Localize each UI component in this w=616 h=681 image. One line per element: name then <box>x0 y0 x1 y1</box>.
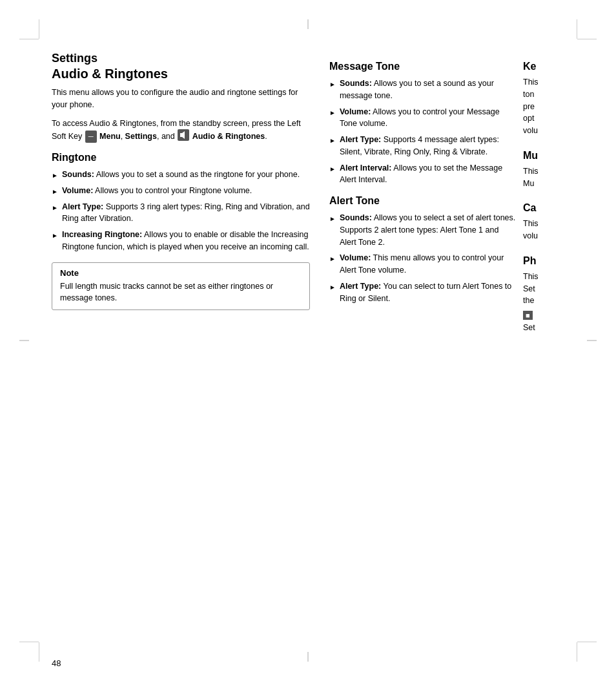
alert-tone-list: ► Sounds: Allows you to select a set of … <box>329 212 517 304</box>
msg-alerttype-term: Alert Type: <box>340 135 381 144</box>
ph-set-label: Set <box>523 322 607 334</box>
ke-line-5: volu <box>523 125 607 137</box>
ca-heading: Ca <box>523 202 607 214</box>
intro-text-1: This menu allows you to configure the au… <box>52 88 298 109</box>
ph-line-1: This <box>523 271 607 283</box>
ph-partial-text: This Set the ■ Set <box>523 271 607 334</box>
ph-icon-row: ■ <box>523 309 607 322</box>
corner-mark-br-v <box>577 642 577 662</box>
ringtone-item-increasing: ► Increasing Ringtone: Allows you to ena… <box>52 229 310 253</box>
page-number: 48 <box>52 658 61 668</box>
mu-line-2: Mu <box>523 178 607 190</box>
ca-line-2: volu <box>523 230 607 242</box>
message-tone-heading: Message Tone <box>329 61 517 72</box>
note-text: Full length music tracks cannot be set a… <box>60 280 302 305</box>
intro-period: . <box>265 132 267 141</box>
reg-mark-left <box>19 340 29 341</box>
ringtone-volume-term: Volume: <box>62 186 93 195</box>
message-tone-interval: ► Alert Interval: Allows you to set the … <box>329 162 517 187</box>
corner-mark-tr-v <box>577 19 577 39</box>
ph-heading: Ph <box>523 255 607 267</box>
section-heading: Audio & Ringtones <box>52 67 310 81</box>
ringtone-item-volume: ► Volume: Allows you to control your Rin… <box>52 185 310 197</box>
bullet-arrow-1: ► <box>52 171 58 180</box>
note-title: Note <box>60 268 302 278</box>
bullet-arrow-3: ► <box>52 203 58 213</box>
alert-bullet-2: ► <box>329 254 336 264</box>
middle-column: Message Tone ► Sounds: Allows you to set… <box>329 52 523 334</box>
ringtone-increasing-term: Increasing Ringtone: <box>62 230 142 239</box>
ringtone-item-alerttype: ► Alert Type: Supports 3 ring alert type… <box>52 201 310 225</box>
msg-alerttype-text: Alert Type: Supports 4 message alert typ… <box>340 134 517 158</box>
page-title: Settings <box>52 52 310 65</box>
alert-tone-sounds: ► Sounds: Allows you to select a set of … <box>329 212 517 248</box>
alert-alerttype-text: Alert Type: You can select to turn Alert… <box>340 280 517 305</box>
msg-sounds-text: Sounds: Allows you to set a sound as you… <box>340 78 517 102</box>
and-label: and <box>161 132 175 141</box>
ringtone-increasing-text: Increasing Ringtone: Allows you to enabl… <box>62 229 310 253</box>
alert-volume-text: Volume: This menu allows you to control … <box>340 252 517 277</box>
corner-mark-bl-h <box>19 642 39 642</box>
msg-volume-text: Volume: Allows you to control your Messa… <box>340 106 517 131</box>
bullet-arrow-4: ► <box>52 231 58 240</box>
ringtone-alerttype-text: Alert Type: Supports 3 ring alert types:… <box>62 201 310 225</box>
corner-mark-tr-h <box>577 39 597 39</box>
audio-icon-svg <box>180 131 187 139</box>
corner-mark-tl-v <box>39 19 39 39</box>
ringtone-sounds-text: Sounds: Allows you to set a sound as the… <box>62 169 310 181</box>
far-right-column: Ke This ton pre opt volu Mu This Mu Ca T… <box>523 52 607 334</box>
reg-mark-bottom <box>308 652 309 662</box>
msg-bullet-1: ► <box>329 79 336 89</box>
ringtone-list: ► Sounds: Allows you to set a sound as t… <box>52 169 310 253</box>
audio-icon <box>178 129 189 141</box>
alert-tone-heading: Alert Tone <box>329 195 517 207</box>
reg-mark-top <box>308 19 309 29</box>
ringtone-heading: Ringtone <box>52 152 310 163</box>
content-area: Settings Audio & Ringtones This menu all… <box>52 52 616 642</box>
ringtone-sounds-term: Sounds: <box>62 170 94 179</box>
corner-mark-tl-h <box>19 39 39 39</box>
mu-partial-text: This Mu <box>523 165 607 190</box>
alert-sounds-term: Sounds: <box>340 213 372 222</box>
ringtone-item-sounds: ► Sounds: Allows you to set a sound as t… <box>52 169 310 181</box>
ringtone-volume-text: Volume: Allows you to control your Ringt… <box>62 185 310 197</box>
ph-line-2: Set <box>523 283 607 295</box>
alert-tone-alerttype: ► Alert Type: You can select to turn Ale… <box>329 280 517 305</box>
message-tone-list: ► Sounds: Allows you to set a sound as y… <box>329 78 517 186</box>
ke-line-2: ton <box>523 89 607 101</box>
msg-bullet-4: ► <box>329 164 336 174</box>
msg-volume-term: Volume: <box>340 107 371 116</box>
menu-label: Menu <box>99 132 121 141</box>
alert-bullet-1: ► <box>329 214 336 224</box>
alert-volume-term: Volume: <box>340 253 371 262</box>
menu-icon-text: ─ <box>88 131 94 142</box>
alert-bullet-3: ► <box>329 282 336 292</box>
note-box: Note Full length music tracks cannot be … <box>52 262 310 311</box>
ke-heading: Ke <box>523 61 607 72</box>
page: Settings Audio & Ringtones This menu all… <box>0 0 616 681</box>
columns: Settings Audio & Ringtones This menu all… <box>52 52 616 334</box>
ph-icon-box: ■ <box>523 311 533 320</box>
svg-rect-0 <box>180 133 182 137</box>
mu-heading: Mu <box>523 150 607 162</box>
ca-partial-text: This volu <box>523 218 607 242</box>
audio-label: Audio & Ringtones <box>192 132 265 141</box>
msg-interval-text: Alert Interval: Allows you to set the Me… <box>340 162 517 187</box>
left-column: Settings Audio & Ringtones This menu all… <box>52 52 329 334</box>
ke-line-4: opt <box>523 112 607 125</box>
alert-tone-volume: ► Volume: This menu allows you to contro… <box>329 252 517 277</box>
bullet-arrow-2: ► <box>52 187 58 196</box>
msg-interval-term: Alert Interval: <box>340 163 392 173</box>
ringtone-alerttype-term: Alert Type: <box>62 202 103 211</box>
msg-bullet-2: ► <box>329 108 336 118</box>
alert-alerttype-term: Alert Type: <box>340 282 381 291</box>
ph-line-3: the <box>523 295 607 307</box>
settings-label: Settings <box>125 132 157 141</box>
svg-marker-1 <box>182 131 185 139</box>
ke-line-3: pre <box>523 101 607 113</box>
intro-paragraph-2: To access Audio & Ringtones, from the st… <box>52 118 310 143</box>
ca-line-1: This <box>523 218 607 230</box>
message-tone-sounds: ► Sounds: Allows you to set a sound as y… <box>329 78 517 102</box>
message-tone-alerttype: ► Alert Type: Supports 4 message alert t… <box>329 134 517 158</box>
message-tone-volume: ► Volume: Allows you to control your Mes… <box>329 106 517 131</box>
